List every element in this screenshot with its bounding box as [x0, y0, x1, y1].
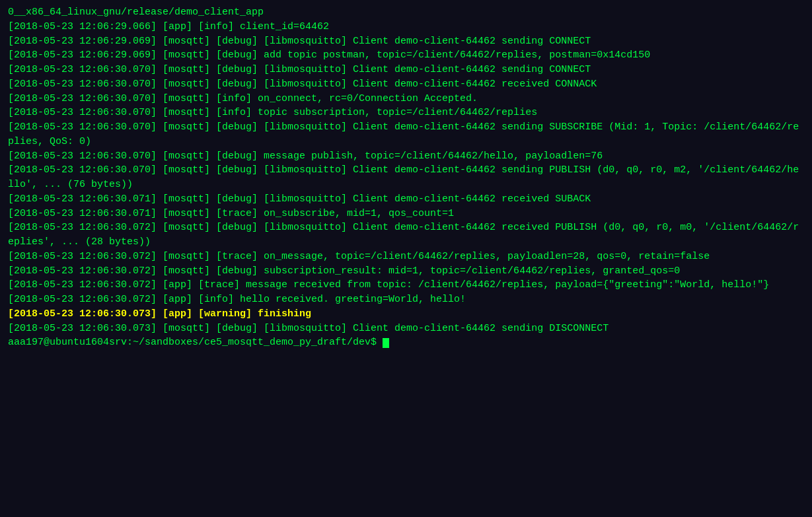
terminal-line: [2018-05-23 12:06:30.070] [mosqtt] [debu…	[8, 120, 804, 149]
terminal-line: [2018-05-23 12:06:30.070] [mosqtt] [info…	[8, 106, 804, 120]
terminal-line: [2018-05-23 12:06:30.072] [app] [info] h…	[8, 293, 804, 307]
terminal-line: [2018-05-23 12:06:30.072] [mosqtt] [debu…	[8, 264, 804, 279]
terminal-line: [2018-05-23 12:06:30.073] [mosqtt] [debu…	[8, 322, 804, 336]
terminal-line: 0__x86_64_linux_gnu/release/demo_client_…	[8, 5, 804, 20]
terminal-line: [2018-05-23 12:06:30.072] [app] [trace] …	[8, 278, 804, 293]
terminal-line: [2018-05-23 12:06:30.070] [mosqtt] [debu…	[8, 63, 804, 77]
terminal-line: [2018-05-23 12:06:30.071] [mosqtt] [trac…	[8, 207, 804, 221]
terminal-line: [2018-05-23 12:06:30.071] [mosqtt] [debu…	[8, 192, 804, 207]
terminal-line: [2018-05-23 12:06:30.070] [mosqtt] [debu…	[8, 163, 804, 192]
terminal-window[interactable]: 0__x86_64_linux_gnu/release/demo_client_…	[0, 0, 812, 517]
terminal-line: [2018-05-23 12:06:29.069] [mosqtt] [debu…	[8, 48, 804, 63]
terminal-line: [2018-05-23 12:06:30.070] [mosqtt] [debu…	[8, 77, 804, 92]
terminal-cursor	[383, 338, 389, 348]
terminal-line: aaa197@ubuntu1604srv:~/sandboxes/ce5_mos…	[8, 335, 804, 350]
terminal-line: [2018-05-23 12:06:29.069] [mosqtt] [debu…	[8, 34, 804, 49]
terminal-line: [2018-05-23 12:06:30.072] [mosqtt] [debu…	[8, 221, 804, 250]
terminal-line: [2018-05-23 12:06:30.070] [mosqtt] [debu…	[8, 149, 804, 164]
terminal-line: [2018-05-23 12:06:30.073] [app] [warning…	[8, 307, 804, 322]
terminal-line: [2018-05-23 12:06:30.070] [mosqtt] [info…	[8, 92, 804, 106]
terminal-line: [2018-05-23 12:06:30.072] [mosqtt] [trac…	[8, 250, 804, 264]
terminal-line: [2018-05-23 12:06:29.066] [app] [info] c…	[8, 20, 804, 34]
terminal-output: 0__x86_64_linux_gnu/release/demo_client_…	[8, 5, 804, 350]
